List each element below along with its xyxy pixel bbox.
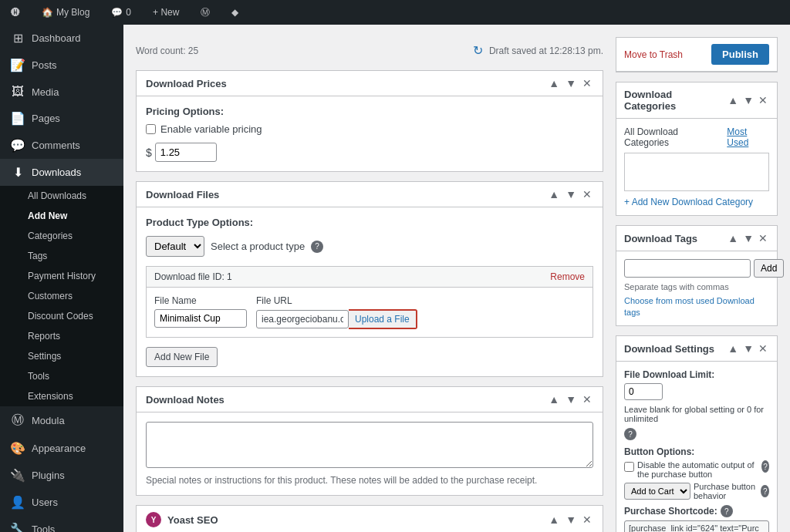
settings-controls: ▲ ▼ ✕ [726, 342, 769, 355]
file-name-input[interactable] [154, 309, 247, 328]
sidebar-item-appearance[interactable]: 🎨 Appearance [0, 435, 123, 462]
file-limit-input[interactable] [624, 383, 663, 400]
choose-tags-link[interactable]: Choose from most used Download tags [624, 296, 755, 317]
notes-down-btn[interactable]: ▼ [564, 393, 578, 406]
select-a-product-label: Select a product type [211, 241, 305, 252]
categories-up-btn[interactable]: ▲ [726, 94, 740, 106]
comments-link[interactable]: 💬 0 [106, 0, 136, 25]
sidebar-sub-tags[interactable]: Tags [0, 246, 123, 266]
sidebar-item-comments[interactable]: 💬 Comments [0, 132, 123, 159]
download-settings-header[interactable]: Download Settings ▲ ▼ ✕ [616, 336, 777, 362]
download-tags-header[interactable]: Download Tags ▲ ▼ ✕ [616, 226, 777, 251]
all-categories-tab[interactable]: All Download Categories [624, 126, 721, 148]
remove-file-link[interactable]: Remove [550, 271, 585, 282]
product-type-select[interactable]: Default [146, 236, 204, 257]
download-notes-header[interactable]: Download Notes ▲ ▼ ✕ [137, 387, 603, 412]
price-input[interactable] [155, 143, 217, 162]
categories-close-btn[interactable]: ✕ [757, 94, 769, 106]
site-name[interactable]: 🏠 My Blog [37, 0, 94, 25]
add-tag-button[interactable]: Add [754, 259, 784, 278]
pages-icon: 📄 [10, 111, 25, 126]
download-notes-metabox: Download Notes ▲ ▼ ✕ Special notes or in… [136, 386, 603, 496]
sidebar-item-tools[interactable]: 🔧 Tools [0, 516, 123, 532]
file-url-field: File URL Upload a File [256, 295, 585, 329]
disable-btn-help-icon[interactable]: ? [761, 460, 769, 473]
yoast-close-btn[interactable]: ✕ [581, 513, 593, 526]
tags-down-btn[interactable]: ▼ [741, 232, 755, 244]
right-sidebar: Move to Trash Publish Download Categorie… [616, 37, 778, 520]
tags-close-btn[interactable]: ✕ [757, 232, 769, 244]
cart-select[interactable]: Add to Cart [624, 483, 690, 500]
download-categories-metabox: Download Categories ▲ ▼ ✕ All Download C… [616, 82, 778, 216]
cart-help-icon[interactable]: ? [761, 485, 769, 497]
download-tags-metabox: Download Tags ▲ ▼ ✕ Add Separate tags wi… [616, 225, 778, 326]
sidebar-sub-add-new[interactable]: Add New [0, 206, 123, 226]
modula-icon[interactable]: Ⓜ [196, 0, 214, 25]
sidebar-sub-all-downloads[interactable]: All Downloads [0, 186, 123, 206]
upload-file-button[interactable]: Upload a File [349, 309, 417, 329]
button-options-label: Button Options: [624, 446, 769, 457]
sidebar-item-media[interactable]: 🖼 Media [0, 79, 123, 105]
settings-up-btn[interactable]: ▲ [726, 342, 740, 355]
download-notes-textarea[interactable] [146, 422, 593, 468]
sidebar-item-plugins[interactable]: 🔌 Plugins [0, 462, 123, 489]
files-up-btn[interactable]: ▲ [547, 188, 561, 200]
yoast-up-btn[interactable]: ▲ [547, 513, 561, 526]
download-categories-header[interactable]: Download Categories ▲ ▼ ✕ [616, 82, 777, 119]
settings-down-btn[interactable]: ▼ [741, 342, 755, 355]
tags-up-btn[interactable]: ▲ [726, 232, 740, 244]
download-prices-header[interactable]: Download Prices ▲ ▼ ✕ [137, 71, 603, 96]
new-content[interactable]: + New [148, 0, 184, 25]
most-used-tab[interactable]: Most Used [727, 126, 769, 148]
sidebar-item-downloads[interactable]: ⬇ Downloads [0, 159, 123, 186]
users-icon: 👤 [10, 495, 25, 510]
tags-input[interactable] [624, 259, 751, 278]
diamond-icon[interactable]: ◆ [227, 0, 243, 25]
sidebar-sub-discount-codes[interactable]: Discount Codes [0, 306, 123, 326]
settings-close-btn[interactable]: ✕ [757, 342, 769, 355]
draft-saved: Draft saved at 12:28:13 pm. [489, 45, 603, 56]
shortcode-input[interactable] [624, 520, 769, 532]
sidebar-sub-payment-history[interactable]: Payment History [0, 266, 123, 286]
sidebar-item-pages[interactable]: 📄 Pages [0, 105, 123, 132]
file-limit-help-icon[interactable]: ? [624, 428, 636, 440]
sidebar-sub-tools[interactable]: Tools [0, 366, 123, 386]
word-count: Word count: 25 [136, 45, 198, 56]
publish-metabox: Move to Trash Publish [616, 37, 778, 72]
file-url-input[interactable] [256, 310, 349, 328]
download-files-title: Download Files [146, 189, 219, 200]
wp-logo[interactable]: 🅦 [6, 0, 25, 25]
sidebar-sub-extensions[interactable]: Extensions [0, 386, 123, 406]
sidebar-sub-customers[interactable]: Customers [0, 286, 123, 306]
sidebar-item-modula[interactable]: Ⓜ Modula [0, 406, 123, 435]
yoast-down-btn[interactable]: ▼ [564, 513, 578, 526]
product-type-help-icon[interactable]: ? [311, 241, 323, 253]
notes-close-btn[interactable]: ✕ [581, 393, 593, 406]
files-down-btn[interactable]: ▼ [564, 188, 578, 200]
download-categories-body: All Download Categories Most Used + Add … [616, 119, 777, 215]
sidebar-sub-categories[interactable]: Categories [0, 226, 123, 246]
add-new-file-button[interactable]: Add New File [146, 347, 218, 367]
files-close-btn[interactable]: ✕ [581, 188, 593, 200]
metabox-up-btn[interactable]: ▲ [547, 77, 561, 89]
sidebar-item-dashboard[interactable]: ⊞ Dashboard [0, 25, 123, 52]
sidebar-item-users[interactable]: 👤 Users [0, 489, 123, 516]
yoast-header[interactable]: Y Yoast SEO ▲ ▼ ✕ [137, 506, 603, 532]
shortcode-help-icon[interactable]: ? [721, 505, 733, 517]
metabox-down-btn[interactable]: ▼ [564, 77, 578, 89]
download-settings-body: File Download Limit: Leave blank for glo… [616, 362, 777, 532]
publish-button[interactable]: Publish [711, 44, 769, 65]
comments-icon: 💬 [10, 138, 25, 153]
sidebar-sub-reports[interactable]: Reports [0, 326, 123, 346]
sidebar-item-posts[interactable]: 📝 Posts [0, 52, 123, 79]
sidebar-sub-settings[interactable]: Settings [0, 346, 123, 366]
enable-variable-checkbox[interactable] [146, 124, 156, 134]
metabox-close-btn[interactable]: ✕ [581, 77, 593, 89]
disable-btn-checkbox[interactable] [624, 462, 634, 472]
download-files-header[interactable]: Download Files ▲ ▼ ✕ [137, 182, 603, 207]
categories-down-btn[interactable]: ▼ [741, 94, 755, 106]
add-category-link[interactable]: + Add New Download Category [624, 197, 753, 207]
notes-up-btn[interactable]: ▲ [547, 393, 561, 406]
move-to-trash-link[interactable]: Move to Trash [624, 49, 683, 60]
cart-options-row: Add to Cart Purchase button behavior ? [624, 482, 769, 500]
